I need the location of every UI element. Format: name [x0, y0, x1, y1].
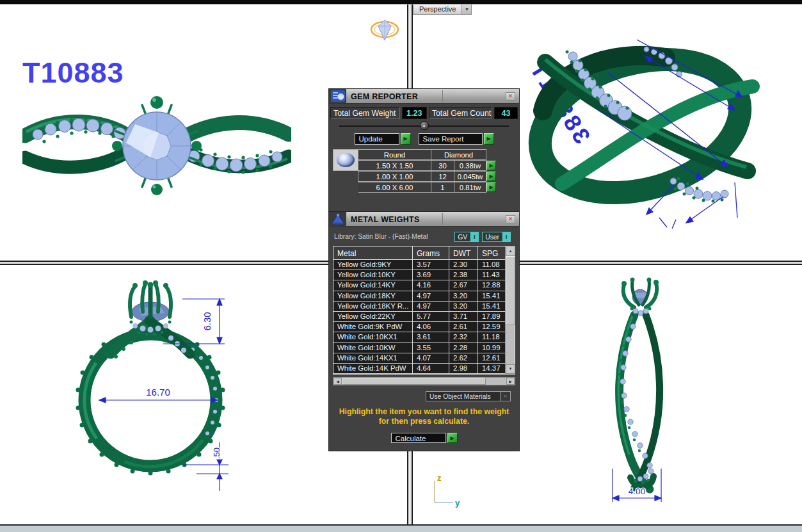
update-button[interactable]: Update — [355, 133, 399, 145]
metal-grams: 5.77 — [413, 312, 449, 321]
scale-icon — [329, 212, 346, 226]
horizontal-scrollbar[interactable]: ◀ ▶ — [333, 377, 515, 385]
gem-row-run-icon[interactable]: ▶ — [486, 182, 496, 192]
prong-tips-front — [132, 280, 168, 288]
metal-weights-title: METAL WEIGHTS — [346, 212, 442, 226]
metal-row[interactable]: Yellow Gold:18KY R... 4.97 3.20 15.41 — [333, 302, 515, 312]
ring-front-view-render: 6.30 16.70 .50 — [35, 272, 259, 509]
gem-table: Round Diamond 1.50 X 1.50 30 0.38tw ▶ 1.… — [333, 149, 519, 193]
column-header-metal[interactable]: Metal — [333, 246, 413, 259]
panel-collapse-slider: ▲ — [339, 121, 509, 131]
metal-name: Yellow Gold:9KY — [333, 260, 413, 270]
gem-image — [337, 153, 355, 167]
application-window: T10883 — [0, 0, 802, 532]
metal-row[interactable]: Yellow Gold:9KY 3.57 2.30 11.08 — [333, 260, 515, 270]
metal-row[interactable]: Yellow Gold:10KY 3.69 2.38 11.43 — [333, 270, 515, 280]
metal-grams: 4.16 — [413, 280, 449, 290]
metal-row[interactable]: Yellow Gold:22KY 5.77 3.71 17.89 — [333, 312, 515, 322]
total-gem-count-value: 43 — [494, 107, 518, 119]
scroll-right-icon[interactable]: ▶ — [506, 378, 515, 385]
dimension-label-inner-diameter: 16.70 — [146, 387, 170, 398]
library-label: Library: Satin Blur - (Fast)-Metal — [334, 233, 451, 240]
metal-row[interactable]: White Gold:10KX1 3.61 2.32 11.18 — [333, 332, 515, 343]
gem-reporter-title: GEM REPORTER — [346, 89, 442, 103]
gem-row-weight[interactable]: 0.045tw — [454, 171, 486, 182]
metal-grams: 4.07 — [413, 353, 449, 363]
gem-thumbnail — [333, 149, 358, 171]
column-header-grams[interactable]: Grams — [413, 246, 449, 259]
metal-name: Yellow Gold:14KY — [333, 280, 413, 290]
update-run-icon[interactable]: ▶ — [401, 133, 411, 145]
metal-weights-panel: METAL WEIGHTS ✕ Library: Satin Blur - (F… — [328, 211, 520, 451]
metal-row[interactable]: Yellow Gold:14KY 4.16 2.67 12.88 — [333, 280, 515, 291]
dimension-inner-diameter — [99, 398, 218, 403]
gv-toggle-indicator[interactable]: I — [470, 232, 478, 241]
user-toggle-indicator[interactable]: I — [502, 232, 510, 241]
metal-dwt: 2.32 — [449, 332, 478, 342]
axis-label-y: y — [455, 498, 460, 508]
metal-grams: 4.97 — [413, 291, 449, 301]
gv-label: GV — [455, 232, 470, 241]
column-header-dwt[interactable]: DWT — [449, 246, 478, 259]
metal-grams: 3.55 — [413, 343, 449, 353]
calculate-button[interactable]: Calculate — [391, 433, 446, 443]
close-icon[interactable]: ✕ — [506, 215, 515, 223]
calculate-run-icon[interactable]: ▶ — [447, 433, 458, 443]
scroll-left-icon[interactable]: ◀ — [333, 378, 342, 385]
use-object-materials-dropdown[interactable]: Use Object Materials ○ — [426, 391, 511, 401]
gem-row-count[interactable]: 12 — [431, 171, 454, 182]
metal-grams: 4.97 — [413, 302, 449, 311]
metal-grams: 3.69 — [413, 270, 449, 280]
metal-row[interactable]: White Gold:14KX1 4.07 2.62 12.61 — [333, 353, 515, 364]
save-report-run-icon[interactable]: ▶ — [484, 133, 494, 145]
scroll-down-icon[interactable]: ▼ — [506, 364, 515, 374]
viewport-title-button[interactable]: Perspective ▼ — [413, 4, 472, 15]
metal-dwt: 2.38 — [449, 270, 478, 280]
gem-row-count[interactable]: 30 — [431, 160, 454, 171]
metal-row[interactable]: White Gold:14K PdW 4.64 2.98 14.37 — [333, 364, 515, 374]
gem-row-weight[interactable]: 0.38tw — [454, 160, 486, 171]
dimension-label-shank-thickness: .50 — [212, 447, 221, 459]
viewport-title-label[interactable]: Perspective — [413, 4, 462, 15]
save-report-button[interactable]: Save Report — [419, 133, 483, 145]
dimension-label-shank-width: 4.00 — [629, 487, 645, 496]
ring-side-view-render: 4.00 — [579, 275, 707, 511]
gem-reporter-titlebar[interactable]: GEM REPORTER ✕ — [329, 89, 519, 104]
close-icon[interactable]: ✕ — [506, 92, 515, 101]
mini-gold-ring-render — [369, 17, 401, 44]
gem-row-size[interactable]: 6.00 X 6.00 — [358, 182, 431, 193]
scrollbar-thumb[interactable] — [506, 256, 515, 325]
dimension-label-head-height: 6.30 — [202, 312, 213, 330]
center-stone — [123, 112, 191, 180]
metal-grams: 3.57 — [413, 260, 449, 270]
scroll-up-icon[interactable]: ▲ — [506, 246, 515, 256]
metal-row[interactable]: White Gold:9K PdW 4.06 2.61 12.59 — [333, 322, 515, 332]
metal-name: White Gold:10KX1 — [333, 332, 413, 342]
metal-row[interactable]: White Gold:10KW 3.55 2.28 10.99 — [333, 343, 515, 353]
hint-line-2: for then press calculate. — [329, 417, 519, 426]
calculate-hint: Highlight the item you want to find the … — [329, 407, 519, 426]
slider-knob[interactable]: ▲ — [420, 121, 429, 130]
metal-name: Yellow Gold:18KY — [333, 291, 413, 301]
vertical-scrollbar[interactable]: ▲ ▼ — [505, 246, 515, 374]
metal-dwt: 2.61 — [449, 322, 478, 332]
scrollbar-thumb[interactable] — [342, 378, 486, 385]
metal-dwt: 2.67 — [449, 280, 478, 290]
metal-dwt: 3.71 — [449, 312, 478, 321]
metal-dwt: 2.30 — [449, 260, 478, 270]
gem-row-run-icon[interactable]: ▶ — [486, 172, 496, 181]
metal-dwt: 3.20 — [449, 291, 478, 301]
metal-row[interactable]: Yellow Gold:18KY 4.97 3.20 15.41 — [333, 291, 515, 302]
gem-row-weight[interactable]: 0.81tw — [454, 182, 486, 193]
gem-row-run-icon[interactable]: ▶ — [486, 161, 496, 170]
materials-circle-icon[interactable]: ○ — [500, 392, 510, 401]
hint-line-1: Highlight the item you want to find the … — [329, 407, 519, 417]
user-toggle[interactable]: User I — [482, 232, 511, 242]
gem-row-size[interactable]: 1.00 X 1.00 — [358, 171, 431, 182]
metal-weights-titlebar[interactable]: METAL WEIGHTS ✕ — [329, 212, 519, 227]
total-gem-count-label: Total Gem Count — [429, 107, 492, 119]
gem-row-size[interactable]: 1.50 X 1.50 — [358, 160, 431, 171]
gv-toggle[interactable]: GV I — [454, 232, 479, 242]
gem-row-count[interactable]: 1 — [431, 182, 454, 193]
chevron-down-icon[interactable]: ▼ — [462, 4, 472, 15]
